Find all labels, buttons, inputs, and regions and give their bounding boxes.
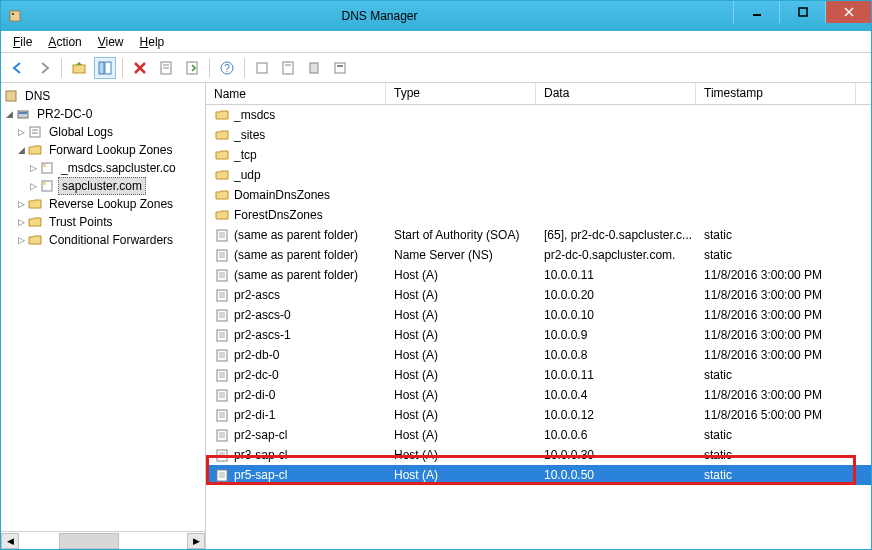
table-row[interactable]: _udp	[206, 165, 871, 185]
table-row[interactable]: pr2-ascs-0Host (A)10.0.0.1011/8/2016 3:0…	[206, 305, 871, 325]
expand-icon[interactable]: ▷	[15, 127, 27, 137]
expand-icon[interactable]: ▷	[15, 199, 27, 209]
expand-icon[interactable]: ▷	[15, 217, 27, 227]
app-window: DNS Manager File Action View Help ?	[0, 0, 872, 550]
properties-button[interactable]	[155, 57, 177, 79]
tree-rlz[interactable]: ▷ Reverse Lookup Zones	[3, 195, 203, 213]
row-timestamp: 11/8/2016 3:00:00 PM	[696, 328, 856, 342]
row-data: 10.0.0.20	[536, 288, 696, 302]
table-row[interactable]: ForestDnsZones	[206, 205, 871, 225]
refresh-button[interactable]	[181, 57, 203, 79]
dns-icon	[3, 88, 19, 104]
tree-pane: DNS ◢ PR2-DC-0 ▷ Global Logs ◢ Forward L…	[1, 83, 206, 549]
svg-rect-6	[73, 65, 85, 73]
delete-button[interactable]	[129, 57, 151, 79]
table-row[interactable]: pr2-db-0Host (A)10.0.0.811/8/2016 3:00:0…	[206, 345, 871, 365]
column-timestamp[interactable]: Timestamp	[696, 83, 856, 104]
record-icon	[214, 467, 230, 483]
tree-label: Forward Lookup Zones	[46, 142, 175, 158]
titlebar[interactable]: DNS Manager	[1, 1, 871, 31]
row-name: _udp	[234, 168, 261, 182]
scroll-left-button[interactable]: ◀	[1, 533, 19, 549]
collapse-icon[interactable]: ◢	[15, 145, 27, 155]
svg-rect-20	[310, 63, 318, 73]
tree-root[interactable]: DNS	[3, 87, 203, 105]
row-timestamp: static	[696, 448, 856, 462]
tree-label: Global Logs	[46, 124, 116, 140]
folder-icon	[214, 187, 230, 203]
table-row[interactable]: pr2-dc-0Host (A)10.0.0.11static	[206, 365, 871, 385]
help-button[interactable]: ?	[216, 57, 238, 79]
table-row[interactable]: (same as parent folder)Start of Authorit…	[206, 225, 871, 245]
toolbar-separator	[209, 58, 210, 78]
table-row[interactable]: _msdcs	[206, 105, 871, 125]
record-icon	[214, 267, 230, 283]
app-icon	[7, 8, 23, 24]
menu-action[interactable]: Action	[42, 33, 87, 51]
menu-help[interactable]: Help	[134, 33, 171, 51]
up-button[interactable]	[68, 57, 90, 79]
row-timestamp: static	[696, 228, 856, 242]
row-type: Host (A)	[386, 288, 536, 302]
close-button[interactable]	[825, 1, 871, 23]
tree-label: _msdcs.sapcluster.co	[58, 160, 179, 176]
tree-sapcluster[interactable]: ▷ sapcluster.com	[3, 177, 203, 195]
table-row[interactable]: (same as parent folder)Host (A)10.0.0.11…	[206, 265, 871, 285]
table-row[interactable]: pr2-di-0Host (A)10.0.0.411/8/2016 3:00:0…	[206, 385, 871, 405]
record-icon	[214, 427, 230, 443]
menu-file[interactable]: File	[7, 33, 38, 51]
tool-4-button[interactable]	[329, 57, 351, 79]
table-row[interactable]: _sites	[206, 125, 871, 145]
tree-msdcs[interactable]: ▷ _msdcs.sapcluster.co	[3, 159, 203, 177]
tool-1-button[interactable]	[251, 57, 273, 79]
row-timestamp: 11/8/2016 3:00:00 PM	[696, 388, 856, 402]
back-button[interactable]	[7, 57, 29, 79]
column-type[interactable]: Type	[386, 83, 536, 104]
record-icon	[214, 327, 230, 343]
column-name[interactable]: Name	[206, 83, 386, 104]
expand-icon[interactable]: ▷	[27, 163, 39, 173]
row-name: pr2-dc-0	[234, 368, 279, 382]
table-row[interactable]: pr2-ascsHost (A)10.0.0.2011/8/2016 3:00:…	[206, 285, 871, 305]
table-row[interactable]: pr5-sap-clHost (A)10.0.0.50static	[206, 465, 871, 485]
scroll-thumb[interactable]	[59, 533, 119, 549]
column-data[interactable]: Data	[536, 83, 696, 104]
list-body[interactable]: _msdcs_sites_tcp_udpDomainDnsZonesForest…	[206, 105, 871, 549]
expand-icon[interactable]: ▷	[15, 235, 27, 245]
scroll-right-button[interactable]: ▶	[187, 533, 205, 549]
table-row[interactable]: _tcp	[206, 145, 871, 165]
table-row[interactable]: pr3-sap-clHost (A)10.0.0.30static	[206, 445, 871, 465]
table-row[interactable]: DomainDnsZones	[206, 185, 871, 205]
tree-server[interactable]: ◢ PR2-DC-0	[3, 105, 203, 123]
row-data: 10.0.0.8	[536, 348, 696, 362]
tool-3-button[interactable]	[303, 57, 325, 79]
tree-global-logs[interactable]: ▷ Global Logs	[3, 123, 203, 141]
svg-rect-23	[6, 91, 16, 101]
expand-icon[interactable]: ▷	[27, 181, 39, 191]
row-timestamp: 11/8/2016 3:00:00 PM	[696, 308, 856, 322]
table-row[interactable]: pr2-di-1Host (A)10.0.0.1211/8/2016 5:00:…	[206, 405, 871, 425]
record-icon	[214, 227, 230, 243]
tree-hscroll[interactable]: ◀ ▶	[1, 531, 205, 549]
svg-rect-22	[337, 65, 343, 67]
table-row[interactable]: pr2-sap-clHost (A)10.0.0.6static	[206, 425, 871, 445]
tool-2-button[interactable]	[277, 57, 299, 79]
tree-flz[interactable]: ◢ Forward Lookup Zones	[3, 141, 203, 159]
tree-body[interactable]: DNS ◢ PR2-DC-0 ▷ Global Logs ◢ Forward L…	[1, 83, 205, 531]
tree-label: Reverse Lookup Zones	[46, 196, 176, 212]
table-row[interactable]: (same as parent folder)Name Server (NS)p…	[206, 245, 871, 265]
minimize-button[interactable]	[733, 1, 779, 23]
tree-cf[interactable]: ▷ Conditional Forwarders	[3, 231, 203, 249]
row-data: 10.0.0.30	[536, 448, 696, 462]
folder-icon	[214, 127, 230, 143]
tree-tp[interactable]: ▷ Trust Points	[3, 213, 203, 231]
show-hide-tree-button[interactable]	[94, 57, 116, 79]
maximize-button[interactable]	[779, 1, 825, 23]
row-name: pr2-di-0	[234, 388, 275, 402]
toolbar-separator	[122, 58, 123, 78]
forward-button[interactable]	[33, 57, 55, 79]
table-row[interactable]: pr2-ascs-1Host (A)10.0.0.911/8/2016 3:00…	[206, 325, 871, 345]
row-timestamp: static	[696, 248, 856, 262]
menu-view[interactable]: View	[92, 33, 130, 51]
collapse-icon[interactable]: ◢	[3, 109, 15, 119]
